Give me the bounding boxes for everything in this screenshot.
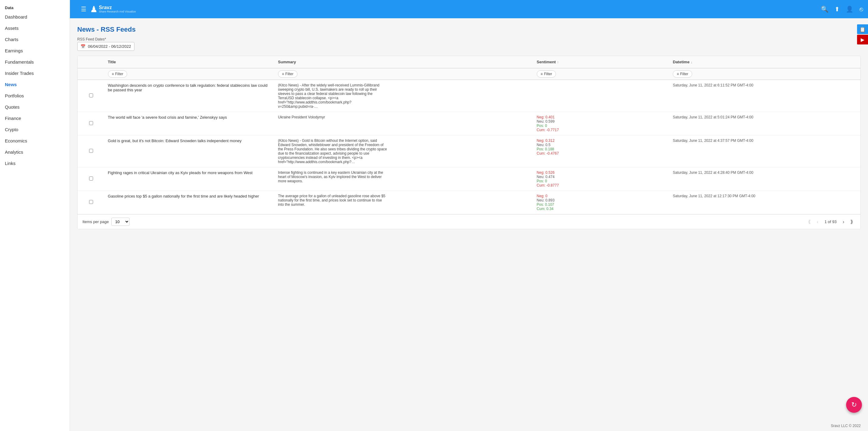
prev-page-button[interactable]: ‹ bbox=[814, 218, 821, 226]
refresh-icon: ↻ bbox=[851, 401, 857, 409]
news-table-container: Title Summary Sentiment ↑ bbox=[77, 56, 861, 229]
table-row: Gold is great, but it's not Bitcoin: Edw… bbox=[78, 136, 860, 167]
pagination-controls: ⟪ ‹ 1 of 93 › ⟫ bbox=[806, 218, 856, 226]
sentiment-neu-2: Neu: 0.5 bbox=[537, 143, 667, 147]
table-row: The world will face 'a severe food crisi… bbox=[78, 112, 860, 136]
logo-subtitle: Share Research And Visualize bbox=[99, 10, 136, 13]
logo: ♟ Sravz Share Research And Visualize bbox=[90, 4, 136, 14]
sentiment-sort-asc-icon: ↑ bbox=[557, 60, 559, 64]
calendar-icon: 📅 bbox=[81, 44, 86, 49]
col-header-title: Title bbox=[105, 56, 275, 68]
row-summary-4: The average price for a gallon of unlead… bbox=[275, 191, 534, 214]
logout-icon[interactable]: ⎋ bbox=[860, 6, 863, 13]
youtube-icon: ▶ bbox=[861, 37, 864, 42]
chess-icon: ♟ bbox=[90, 4, 98, 14]
bookmark-action-button[interactable]: 📋 bbox=[857, 24, 868, 34]
sentiment-neg-4: Neg: 0 bbox=[537, 194, 667, 198]
next-page-button[interactable]: › bbox=[840, 218, 847, 226]
sidebar-item-charts[interactable]: Charts bbox=[0, 34, 70, 45]
filter-check-cell bbox=[78, 68, 105, 80]
row-sentiment-2: Neg: 0.312Neu: 0.5Pos: 0.188Cum: -0.4767 bbox=[534, 136, 670, 167]
search-icon[interactable]: 🔍 bbox=[821, 5, 829, 13]
row-checkbox-1[interactable] bbox=[89, 121, 93, 125]
col-header-datetime[interactable]: Datetime ↓ bbox=[670, 56, 860, 68]
row-checkbox-4[interactable] bbox=[89, 200, 93, 204]
sentiment-neu-1: Neu: 0.599 bbox=[537, 119, 667, 123]
first-page-button[interactable]: ⟪ bbox=[806, 218, 813, 226]
row-title-4: Gasoline prices top $5 a gallon national… bbox=[105, 191, 275, 214]
sentiment-neg-2: Neg: 0.312 bbox=[537, 139, 667, 143]
row-check-cell-1 bbox=[78, 112, 105, 136]
row-check-cell-4 bbox=[78, 191, 105, 214]
row-summary-3: Intense fighting is continued in a key e… bbox=[275, 167, 534, 191]
row-checkbox-2[interactable] bbox=[89, 149, 93, 153]
sentiment-pos-1: Pos: 0 bbox=[537, 123, 667, 128]
items-per-page: Items per page 5102550100 bbox=[83, 218, 130, 226]
bookmark-icon: 📋 bbox=[860, 27, 866, 32]
sidebar-item-dashboard[interactable]: Dashboard bbox=[0, 11, 70, 23]
row-summary-1: Ukraine President Volodymyr bbox=[275, 112, 534, 136]
row-checkbox-0[interactable] bbox=[89, 93, 93, 97]
main-content: News - RSS Feeds RSS Feed Dates* 📅 06/04… bbox=[70, 18, 868, 421]
col-header-check bbox=[78, 56, 105, 68]
sidebar-item-portfolios[interactable]: Portfolios bbox=[0, 90, 70, 102]
sidebar-item-fundamentals[interactable]: Fundamentals bbox=[0, 56, 70, 67]
logo-sravz: Sravz bbox=[99, 5, 136, 10]
row-datetime-2: Saturday, June 11, 2022 at 4:37:57 PM GM… bbox=[670, 136, 860, 167]
row-sentiment-0 bbox=[534, 80, 670, 112]
filter-summary-cell: ≡ Filter bbox=[275, 68, 534, 80]
filter-icon-3: ≡ bbox=[541, 72, 543, 76]
sidebar-item-economics[interactable]: Economics bbox=[0, 135, 70, 146]
row-title-2: Gold is great, but it's not Bitcoin: Edw… bbox=[105, 136, 275, 167]
filter-datetime-button[interactable]: ≡ Filter bbox=[673, 70, 692, 78]
row-check-cell-2 bbox=[78, 136, 105, 167]
date-range-picker[interactable]: 📅 06/04/2022 - 06/12/2022 bbox=[77, 42, 134, 51]
filter-summary-button[interactable]: ≡ Filter bbox=[278, 70, 298, 78]
row-checkbox-3[interactable] bbox=[89, 176, 93, 180]
menu-icon[interactable]: ☰ bbox=[81, 5, 86, 13]
filter-title-button[interactable]: ≡ Filter bbox=[108, 70, 127, 78]
table-row: Gasoline prices top $5 a gallon national… bbox=[78, 191, 860, 214]
row-datetime-1: Saturday, June 11, 2022 at 5:01:24 PM GM… bbox=[670, 112, 860, 136]
filter-title-cell: ≡ Filter bbox=[105, 68, 275, 80]
items-per-page-select[interactable]: 5102550100 bbox=[111, 218, 130, 226]
row-datetime-4: Saturday, June 11, 2022 at 12:17:30 PM G… bbox=[670, 191, 860, 214]
sentiment-neu-3: Neu: 0.474 bbox=[537, 175, 667, 179]
row-datetime-3: Saturday, June 11, 2022 at 4:28:40 PM GM… bbox=[670, 167, 860, 191]
sentiment-cum-3: Cum: -0.8777 bbox=[537, 183, 667, 188]
filter-datetime-cell: ≡ Filter bbox=[670, 68, 860, 80]
youtube-action-button[interactable]: ▶ bbox=[857, 35, 868, 45]
footer-text: Sravz LLC © 2022 bbox=[831, 424, 861, 428]
last-page-button[interactable]: ⟫ bbox=[848, 218, 856, 226]
sidebar-item-quotes[interactable]: Quotes bbox=[0, 102, 70, 113]
sidebar-item-crypto[interactable]: Crypto bbox=[0, 124, 70, 135]
page-title: News - RSS Feeds bbox=[77, 26, 861, 33]
sidebar-item-links[interactable]: Links bbox=[0, 158, 70, 169]
row-check-cell-0 bbox=[78, 80, 105, 112]
date-range-value: 06/04/2022 - 06/12/2022 bbox=[88, 44, 131, 49]
filter-icon-2: ≡ bbox=[282, 72, 284, 76]
filter-sentiment-button[interactable]: ≡ Filter bbox=[537, 70, 556, 78]
sidebar-item-finance[interactable]: Finance bbox=[0, 113, 70, 124]
sidebar-item-earnings[interactable]: Earnings bbox=[0, 45, 70, 56]
topbar: ☰ ♟ Sravz Share Research And Visualize 🔍… bbox=[70, 0, 868, 18]
col-header-summary: Summary bbox=[275, 56, 534, 68]
row-title-3: Fighting rages in critical Ukrainian cit… bbox=[105, 167, 275, 191]
news-table: Title Summary Sentiment ↑ bbox=[78, 56, 860, 214]
row-title-1: The world will face 'a severe food crisi… bbox=[105, 112, 275, 136]
sentiment-neg-3: Neg: 0.526 bbox=[537, 170, 667, 175]
sidebar-item-news[interactable]: News bbox=[0, 79, 70, 90]
date-label: RSS Feed Dates* bbox=[77, 37, 134, 41]
sidebar-item-assets[interactable]: Assets bbox=[0, 23, 70, 34]
sentiment-pos-2: Pos: 0.188 bbox=[537, 147, 667, 151]
filter-icon-4: ≡ bbox=[677, 72, 679, 76]
refresh-fab[interactable]: ↻ bbox=[846, 397, 862, 413]
account-icon[interactable]: 👤 bbox=[846, 5, 854, 13]
col-header-sentiment[interactable]: Sentiment ↑ bbox=[534, 56, 670, 68]
sidebar-item-analytics[interactable]: Analytics bbox=[0, 146, 70, 158]
sidebar-item-insider-trades[interactable]: Insider Trades bbox=[0, 67, 70, 79]
sentiment-cum-1: Cum: -0.7717 bbox=[537, 128, 667, 132]
page-info: 1 of 93 bbox=[822, 220, 839, 224]
filter-icon: ≡ bbox=[112, 72, 114, 76]
share-icon[interactable]: ⬆ bbox=[835, 5, 840, 13]
